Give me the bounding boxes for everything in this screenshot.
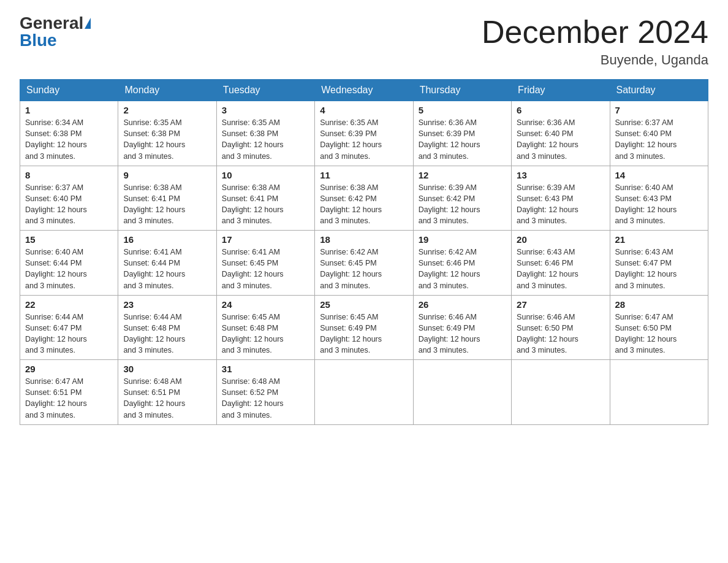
day-info: Sunrise: 6:36 AMSunset: 6:40 PMDaylight:…	[517, 117, 604, 162]
calendar-cell: 11Sunrise: 6:38 AMSunset: 6:42 PMDayligh…	[315, 166, 413, 231]
day-info: Sunrise: 6:40 AMSunset: 6:43 PMDaylight:…	[615, 182, 703, 227]
day-number: 29	[25, 364, 113, 374]
calendar-week-row: 8Sunrise: 6:37 AMSunset: 6:40 PMDaylight…	[20, 166, 708, 231]
day-info: Sunrise: 6:45 AMSunset: 6:48 PMDaylight:…	[222, 312, 309, 356]
day-number: 12	[419, 170, 506, 180]
day-info: Sunrise: 6:35 AMSunset: 6:39 PMDaylight:…	[320, 117, 408, 162]
day-number: 23	[123, 299, 211, 310]
day-info: Sunrise: 6:45 AMSunset: 6:49 PMDaylight:…	[320, 312, 408, 356]
calendar-cell	[413, 360, 511, 425]
day-info: Sunrise: 6:38 AMSunset: 6:42 PMDaylight:…	[320, 182, 408, 227]
day-number: 16	[123, 234, 211, 245]
calendar-cell: 3Sunrise: 6:35 AMSunset: 6:38 PMDaylight…	[216, 101, 314, 166]
day-info: Sunrise: 6:48 AMSunset: 6:51 PMDaylight:…	[123, 376, 211, 421]
calendar-cell: 12Sunrise: 6:39 AMSunset: 6:42 PMDayligh…	[413, 166, 511, 231]
calendar-cell: 9Sunrise: 6:38 AMSunset: 6:41 PMDaylight…	[118, 166, 216, 231]
calendar-cell: 10Sunrise: 6:38 AMSunset: 6:41 PMDayligh…	[216, 166, 314, 231]
day-info: Sunrise: 6:40 AMSunset: 6:44 PMDaylight:…	[25, 247, 113, 291]
day-info: Sunrise: 6:41 AMSunset: 6:44 PMDaylight:…	[123, 247, 211, 291]
day-number: 25	[320, 299, 408, 310]
day-number: 18	[320, 234, 408, 245]
day-number: 30	[123, 364, 211, 374]
day-info: Sunrise: 6:35 AMSunset: 6:38 PMDaylight:…	[222, 117, 309, 162]
day-info: Sunrise: 6:42 AMSunset: 6:46 PMDaylight:…	[419, 247, 506, 291]
calendar-week-row: 29Sunrise: 6:47 AMSunset: 6:51 PMDayligh…	[20, 360, 708, 425]
calendar-cell: 27Sunrise: 6:46 AMSunset: 6:50 PMDayligh…	[512, 295, 610, 360]
header-saturday: Saturday	[610, 80, 708, 101]
calendar-table: SundayMondayTuesdayWednesdayThursdayFrid…	[20, 79, 708, 425]
day-info: Sunrise: 6:37 AMSunset: 6:40 PMDaylight:…	[25, 182, 113, 227]
location: Buyende, Uganda	[482, 52, 708, 68]
calendar-cell: 15Sunrise: 6:40 AMSunset: 6:44 PMDayligh…	[20, 231, 118, 296]
calendar-cell: 22Sunrise: 6:44 AMSunset: 6:47 PMDayligh…	[20, 295, 118, 360]
calendar-cell: 23Sunrise: 6:44 AMSunset: 6:48 PMDayligh…	[118, 295, 216, 360]
logo-general: General	[20, 15, 83, 32]
day-info: Sunrise: 6:46 AMSunset: 6:50 PMDaylight:…	[517, 312, 604, 356]
header-friday: Friday	[512, 80, 610, 101]
header-sunday: Sunday	[20, 80, 118, 101]
day-info: Sunrise: 6:36 AMSunset: 6:39 PMDaylight:…	[419, 117, 506, 162]
calendar-cell: 14Sunrise: 6:40 AMSunset: 6:43 PMDayligh…	[610, 166, 708, 231]
day-info: Sunrise: 6:47 AMSunset: 6:50 PMDaylight:…	[615, 312, 703, 356]
day-info: Sunrise: 6:43 AMSunset: 6:46 PMDaylight:…	[517, 247, 604, 291]
calendar-cell: 30Sunrise: 6:48 AMSunset: 6:51 PMDayligh…	[118, 360, 216, 425]
calendar-cell: 18Sunrise: 6:42 AMSunset: 6:45 PMDayligh…	[315, 231, 413, 296]
day-number: 19	[419, 234, 506, 245]
day-info: Sunrise: 6:38 AMSunset: 6:41 PMDaylight:…	[222, 182, 309, 227]
calendar-cell: 13Sunrise: 6:39 AMSunset: 6:43 PMDayligh…	[512, 166, 610, 231]
calendar-week-row: 1Sunrise: 6:34 AMSunset: 6:38 PMDaylight…	[20, 101, 708, 166]
day-number: 20	[517, 234, 604, 245]
day-info: Sunrise: 6:35 AMSunset: 6:38 PMDaylight:…	[123, 117, 211, 162]
day-number: 13	[517, 170, 604, 180]
day-number: 6	[517, 105, 604, 115]
header-tuesday: Tuesday	[216, 80, 314, 101]
day-info: Sunrise: 6:44 AMSunset: 6:48 PMDaylight:…	[123, 312, 211, 356]
day-number: 1	[25, 105, 113, 115]
day-info: Sunrise: 6:34 AMSunset: 6:38 PMDaylight:…	[25, 117, 113, 162]
day-number: 4	[320, 105, 408, 115]
calendar-cell: 8Sunrise: 6:37 AMSunset: 6:40 PMDaylight…	[20, 166, 118, 231]
day-number: 14	[615, 170, 703, 180]
day-number: 11	[320, 170, 408, 180]
logo-triangle-icon	[85, 18, 91, 29]
calendar-cell	[512, 360, 610, 425]
day-number: 26	[419, 299, 506, 310]
day-number: 7	[615, 105, 703, 115]
calendar-cell: 4Sunrise: 6:35 AMSunset: 6:39 PMDaylight…	[315, 101, 413, 166]
calendar-cell: 5Sunrise: 6:36 AMSunset: 6:39 PMDaylight…	[413, 101, 511, 166]
day-info: Sunrise: 6:37 AMSunset: 6:40 PMDaylight:…	[615, 117, 703, 162]
day-info: Sunrise: 6:44 AMSunset: 6:47 PMDaylight:…	[25, 312, 113, 356]
header-wednesday: Wednesday	[315, 80, 413, 101]
calendar-cell: 16Sunrise: 6:41 AMSunset: 6:44 PMDayligh…	[118, 231, 216, 296]
day-info: Sunrise: 6:43 AMSunset: 6:47 PMDaylight:…	[615, 247, 703, 291]
day-number: 24	[222, 299, 309, 310]
day-info: Sunrise: 6:39 AMSunset: 6:42 PMDaylight:…	[419, 182, 506, 227]
header-thursday: Thursday	[413, 80, 511, 101]
calendar-cell: 24Sunrise: 6:45 AMSunset: 6:48 PMDayligh…	[216, 295, 314, 360]
logo: General Blue	[20, 15, 91, 49]
day-number: 27	[517, 299, 604, 310]
calendar-week-row: 15Sunrise: 6:40 AMSunset: 6:44 PMDayligh…	[20, 231, 708, 296]
day-number: 10	[222, 170, 309, 180]
month-title: December 2024	[482, 15, 708, 50]
calendar-cell: 21Sunrise: 6:43 AMSunset: 6:47 PMDayligh…	[610, 231, 708, 296]
day-number: 15	[25, 234, 113, 245]
calendar-cell: 29Sunrise: 6:47 AMSunset: 6:51 PMDayligh…	[20, 360, 118, 425]
calendar-cell: 28Sunrise: 6:47 AMSunset: 6:50 PMDayligh…	[610, 295, 708, 360]
calendar-cell: 20Sunrise: 6:43 AMSunset: 6:46 PMDayligh…	[512, 231, 610, 296]
day-info: Sunrise: 6:38 AMSunset: 6:41 PMDaylight:…	[123, 182, 211, 227]
day-number: 2	[123, 105, 211, 115]
day-number: 9	[123, 170, 211, 180]
day-info: Sunrise: 6:41 AMSunset: 6:45 PMDaylight:…	[222, 247, 309, 291]
day-number: 3	[222, 105, 309, 115]
day-number: 22	[25, 299, 113, 310]
day-number: 17	[222, 234, 309, 245]
calendar-cell: 6Sunrise: 6:36 AMSunset: 6:40 PMDaylight…	[512, 101, 610, 166]
calendar-cell: 1Sunrise: 6:34 AMSunset: 6:38 PMDaylight…	[20, 101, 118, 166]
calendar-cell: 31Sunrise: 6:48 AMSunset: 6:52 PMDayligh…	[216, 360, 314, 425]
day-info: Sunrise: 6:48 AMSunset: 6:52 PMDaylight:…	[222, 376, 309, 421]
calendar-cell	[315, 360, 413, 425]
calendar-cell	[610, 360, 708, 425]
calendar-cell: 26Sunrise: 6:46 AMSunset: 6:49 PMDayligh…	[413, 295, 511, 360]
day-number: 21	[615, 234, 703, 245]
